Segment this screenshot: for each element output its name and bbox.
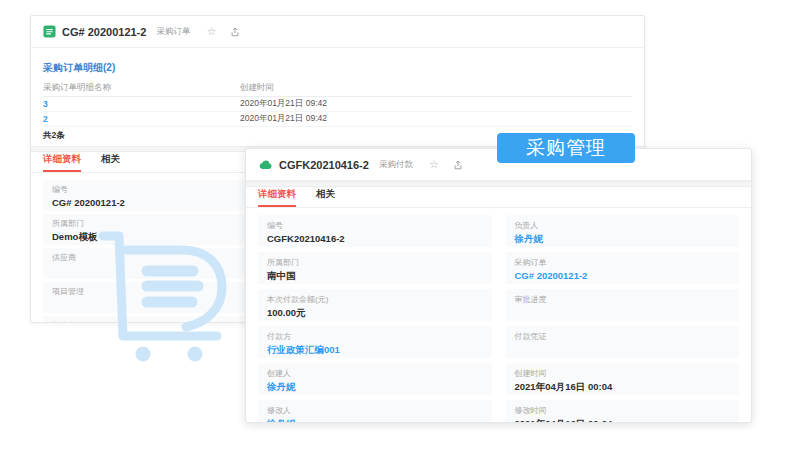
field-value: CGFK20210416-2 bbox=[267, 233, 483, 244]
created-time: 2020年01月21日 09:42 bbox=[240, 98, 632, 110]
field-row: 审批进度 bbox=[506, 289, 740, 321]
field-label: 本次付款金额(元) bbox=[267, 294, 483, 305]
field-row: 创建时间2021年04月16日 00:04 bbox=[506, 363, 740, 395]
field-label: 创建时间 bbox=[515, 368, 731, 379]
field-value bbox=[515, 344, 731, 355]
field-row: 负责人徐丹妮 bbox=[506, 215, 740, 247]
column-header-created: 创建时间 bbox=[240, 82, 632, 94]
field-value-link[interactable]: 徐丹妮 bbox=[515, 233, 731, 244]
order-type-label: 采购订单 bbox=[156, 26, 190, 38]
purchase-order-header: CG# 20200121-2 采购订单 ☆ bbox=[31, 16, 644, 48]
field-label: 修改时间 bbox=[515, 405, 731, 416]
page: CG# 20200121-2 采购订单 ☆ 采购订单明细(2) 采购订单明细名称… bbox=[0, 0, 792, 459]
payment-type-label: 采购付款 bbox=[379, 159, 413, 171]
tab-details[interactable]: 详细资料 bbox=[43, 153, 81, 172]
table-row: 22020年01月21日 09:42 bbox=[43, 112, 632, 127]
purchase-payment-card: CGFK20210416-2 采购付款 ☆ 详细资料 相关 编号CGFK2021… bbox=[245, 148, 752, 423]
field-row: 创建人徐丹妮 bbox=[258, 363, 492, 395]
field-value-link[interactable]: CG# 20200121-2 bbox=[515, 270, 731, 281]
share-icon[interactable] bbox=[230, 27, 240, 37]
tab-related[interactable]: 相关 bbox=[316, 188, 335, 207]
module-label: 采购管理 bbox=[497, 133, 635, 163]
field-row: 修改时间2021年04月16日 00:04 bbox=[506, 400, 740, 423]
field-label: 采购订单 bbox=[515, 257, 731, 268]
share-icon[interactable] bbox=[453, 160, 463, 170]
field-row: 本次付款金额(元)100.00元 bbox=[258, 289, 492, 321]
table-header-row: 采购订单明细名称 创建时间 bbox=[43, 80, 632, 97]
field-value: 南中国 bbox=[267, 270, 483, 281]
star-icon[interactable]: ☆ bbox=[429, 158, 439, 171]
field-value-link[interactable]: 徐丹妮 bbox=[267, 381, 483, 392]
field-label: 所属部门 bbox=[267, 257, 483, 268]
created-time: 2020年01月21日 09:42 bbox=[240, 113, 632, 125]
field-label: 付款凭证 bbox=[515, 331, 731, 342]
field-label: 创建人 bbox=[267, 368, 483, 379]
field-row: 编号CGFK20210416-2 bbox=[258, 215, 492, 247]
field-row: 所属部门南中国 bbox=[258, 252, 492, 284]
order-detail-section-title: 采购订单明细(2) bbox=[43, 61, 632, 75]
order-clipboard-icon bbox=[43, 25, 56, 38]
star-icon[interactable]: ☆ bbox=[206, 25, 216, 38]
payment-title: CGFK20210416-2 bbox=[279, 159, 369, 171]
payment-tabs: 详细资料 相关 bbox=[246, 187, 751, 208]
field-value-link[interactable]: 徐丹妮 bbox=[267, 418, 483, 423]
detail-name-link[interactable]: 3 bbox=[43, 99, 240, 109]
detail-name-link[interactable]: 2 bbox=[43, 114, 240, 124]
order-title: CG# 20200121-2 bbox=[62, 26, 146, 38]
field-label: 负责人 bbox=[515, 220, 731, 231]
payment-fields: 编号CGFK20210416-2负责人徐丹妮所属部门南中国采购订单CG# 202… bbox=[246, 208, 751, 423]
field-value: 2021年04月16日 00:04 bbox=[515, 418, 731, 423]
tab-details[interactable]: 详细资料 bbox=[258, 188, 296, 207]
payment-cloud-icon bbox=[258, 159, 273, 170]
field-row: 采购订单CG# 20200121-2 bbox=[506, 252, 740, 284]
tab-related[interactable]: 相关 bbox=[101, 153, 120, 172]
field-row: 修改人徐丹妮 bbox=[258, 400, 492, 423]
field-row: 付款方行业政策汇编001 bbox=[258, 326, 492, 358]
field-label: 审批进度 bbox=[515, 294, 731, 305]
field-label: 编号 bbox=[267, 220, 483, 231]
field-value: 100.00元 bbox=[267, 307, 483, 318]
table-row: 32020年01月21日 09:42 bbox=[43, 97, 632, 112]
field-label: 修改人 bbox=[267, 405, 483, 416]
shopping-cart-icon bbox=[95, 230, 235, 366]
field-value-link[interactable]: 行业政策汇编001 bbox=[267, 344, 483, 355]
field-value bbox=[515, 307, 731, 318]
column-header-name: 采购订单明细名称 bbox=[43, 82, 240, 94]
field-row: 付款凭证 bbox=[506, 326, 740, 358]
field-label: 付款方 bbox=[267, 331, 483, 342]
field-value: 2021年04月16日 00:04 bbox=[515, 381, 731, 392]
